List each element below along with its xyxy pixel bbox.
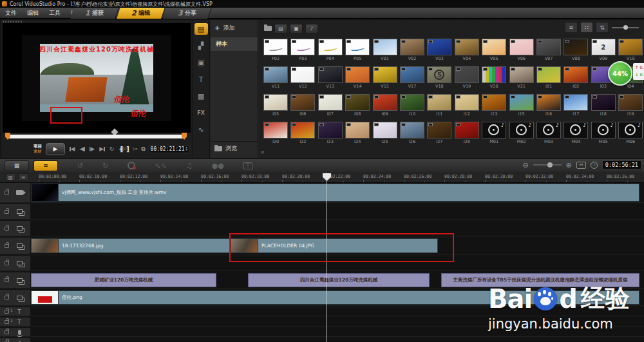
- library-item-I10[interactable]: I10: [399, 94, 426, 117]
- mark-out-button[interactable]: ]: [126, 146, 129, 153]
- track-lock-icon[interactable]: [5, 330, 9, 334]
- track-content[interactable]: [31, 338, 644, 342]
- track-lock-icon[interactable]: [5, 320, 9, 324]
- thumbnail-V01[interactable]: [373, 39, 397, 55]
- network-monitor-badge[interactable]: 44%: [608, 61, 632, 86]
- library-item-V08[interactable]: V08: [562, 39, 589, 61]
- track-lock-icon[interactable]: [5, 244, 9, 248]
- thumbnail-V17[interactable]: [400, 66, 424, 83]
- thumbnail-zoom-slider[interactable]: [612, 27, 639, 28]
- library-item-I19[interactable]: I19: [617, 94, 644, 117]
- library-item-M06[interactable]: ♪M06: [617, 122, 644, 144]
- track-content[interactable]: vj师网_www.vjshi.com_航拍 工业 宣传片.wmv: [31, 183, 644, 203]
- library-item-I27[interactable]: I27: [426, 122, 453, 144]
- library-item-V05[interactable]: V05: [480, 39, 507, 61]
- thumbnail-V03[interactable]: [427, 39, 451, 55]
- thumbnail-P05[interactable]: [345, 39, 370, 55]
- library-item-I22[interactable]: I22: [289, 122, 316, 144]
- library-item-V04[interactable]: V04: [453, 39, 480, 61]
- thumbnail-V02[interactable]: [400, 39, 424, 55]
- timeline-view-button[interactable]: ≡: [33, 160, 58, 171]
- track-header[interactable]: T1: [0, 307, 30, 316]
- thumbnail-M05[interactable]: ♪: [591, 122, 616, 138]
- library-item-I07[interactable]: I07: [317, 94, 344, 117]
- track-header[interactable]: [0, 328, 30, 337]
- thumbnail-I22[interactable]: [290, 122, 315, 138]
- thumbnail-I07[interactable]: [318, 94, 343, 111]
- thumbnail-I12[interactable]: [455, 94, 479, 111]
- track-header[interactable]: [0, 272, 30, 289]
- thumbnail-M02[interactable]: ♪: [509, 122, 534, 138]
- timecode-spinner[interactable]: ▲▼: [186, 146, 187, 151]
- list-view-button[interactable]: ≡: [565, 23, 577, 32]
- timeline-clip[interactable]: 肥城矿业120万吨洗煤机械: [31, 273, 216, 287]
- track-content[interactable]: [31, 204, 644, 220]
- preview-video-area[interactable]: 四川合江蜀鑫煤业120万吨洗煤机械 佰伦 佰伦: [3, 23, 191, 133]
- panel-grip[interactable]: [3, 21, 22, 23]
- thumbnail-V19[interactable]: [455, 66, 479, 83]
- library-item-I25[interactable]: I25: [372, 122, 399, 144]
- thumbnail-I24[interactable]: [345, 122, 370, 138]
- preview-timecode[interactable]: 00:02:21:21 ▲▼: [149, 145, 189, 153]
- thumbnail-I20[interactable]: [263, 122, 288, 138]
- thumbnail-V14[interactable]: [345, 66, 370, 83]
- track-header[interactable]: [0, 238, 30, 254]
- library-item-V21[interactable]: V21: [508, 66, 535, 89]
- thumbnail-V21[interactable]: [509, 66, 534, 83]
- library-item-V17[interactable]: V17: [399, 66, 426, 89]
- library-item-I02[interactable]: I02: [562, 66, 589, 89]
- library-item-V03[interactable]: V03: [426, 39, 453, 61]
- browse-button[interactable]: 浏览: [211, 141, 258, 155]
- thumbnail-M04[interactable]: ♪: [564, 122, 588, 138]
- library-item-V01[interactable]: V01: [372, 39, 399, 61]
- thumbnail-V13[interactable]: [318, 66, 343, 83]
- menu-edit[interactable]: 编辑: [22, 8, 44, 18]
- title-library-icon[interactable]: T: [194, 73, 208, 85]
- zoom-in-icon[interactable]: ⊕: [566, 161, 572, 169]
- add-folder-button[interactable]: + 添加: [211, 20, 258, 36]
- transition-library-icon[interactable]: ▞: [194, 40, 208, 52]
- filter-videos-button[interactable]: ▤: [274, 24, 287, 33]
- track-header[interactable]: T2: [0, 318, 30, 327]
- timeline-clip[interactable]: 四川合江蜀鑫煤业120万吨洗煤机械: [248, 273, 430, 287]
- thumbnail-I06[interactable]: [290, 94, 315, 111]
- library-item-P02[interactable]: P02: [262, 39, 289, 61]
- library-item-V18[interactable]: 5V18: [426, 66, 453, 89]
- thumbnail-I18[interactable]: [591, 94, 616, 111]
- play-button[interactable]: ▶: [46, 143, 65, 155]
- thumbnail-I16[interactable]: [536, 94, 561, 111]
- subtitle-editor-icon[interactable]: T: [243, 162, 252, 169]
- filter-audio-button[interactable]: ♪: [305, 24, 318, 33]
- collapse-chevron[interactable]: «: [261, 149, 265, 155]
- next-frame-button[interactable]: ▶: [90, 146, 95, 152]
- thumbnail-P02[interactable]: [263, 39, 288, 55]
- menu-file[interactable]: 文件: [0, 8, 22, 18]
- repeat-button[interactable]: ↻: [109, 146, 115, 152]
- duration-clock-icon[interactable]: [591, 162, 598, 169]
- trim-start-handle[interactable]: [5, 133, 10, 140]
- track-list-toggle-icon[interactable]: ≡: [18, 173, 28, 181]
- thumbnail-V06[interactable]: [509, 39, 534, 55]
- project-duration-timecode[interactable]: 0:02:56:21: [602, 160, 641, 169]
- zoom-slider-knob[interactable]: [623, 25, 628, 30]
- mark-in-button[interactable]: [: [120, 146, 124, 153]
- prev-frame-button[interactable]: ◀: [79, 146, 84, 152]
- media-library-icon[interactable]: ▤: [194, 23, 208, 35]
- thumbnail-I26[interactable]: [400, 122, 424, 138]
- surround-sound-icon[interactable]: ●●: [212, 162, 224, 170]
- library-item-I06[interactable]: I06: [289, 94, 316, 117]
- mode-project-label[interactable]: 项目: [33, 144, 42, 149]
- thumbnail-I05[interactable]: [263, 94, 288, 111]
- library-item-I13[interactable]: I13: [480, 94, 507, 117]
- path-library-icon[interactable]: ∿: [194, 124, 208, 135]
- gallery-folder-icon[interactable]: [264, 26, 272, 31]
- library-item-V14[interactable]: V14: [344, 66, 371, 89]
- thumbnail-M03[interactable]: ♪: [536, 122, 561, 138]
- track-header[interactable]: [0, 256, 30, 271]
- track-header[interactable]: [0, 204, 30, 220]
- storyboard-view-button[interactable]: ▦: [5, 160, 29, 171]
- menu-tools[interactable]: 工具: [44, 8, 66, 18]
- thumbnail-V11[interactable]: [263, 66, 288, 83]
- thumbnail-I01[interactable]: [536, 66, 561, 83]
- end-button[interactable]: ▶: [99, 146, 104, 152]
